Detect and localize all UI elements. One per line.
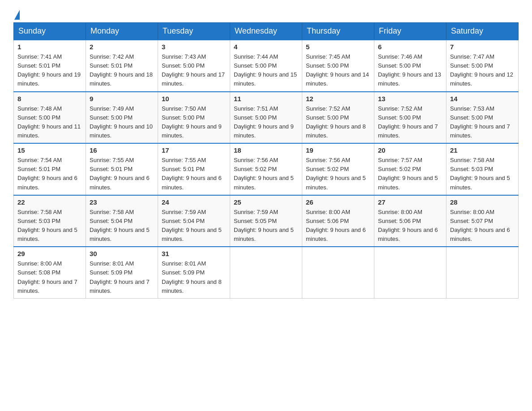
day-number: 6 (378, 43, 442, 51)
calendar-day-2: 2 Sunrise: 7:42 AMSunset: 5:01 PMDayligh… (86, 40, 158, 92)
calendar-week-1: 1 Sunrise: 7:41 AMSunset: 5:01 PMDayligh… (14, 40, 519, 92)
day-info: Sunrise: 7:50 AMSunset: 5:00 PMDaylight:… (162, 105, 222, 139)
calendar-day-7: 7 Sunrise: 7:47 AMSunset: 5:00 PMDayligh… (446, 40, 519, 92)
day-info: Sunrise: 7:56 AMSunset: 5:02 PMDaylight:… (234, 157, 294, 190)
weekday-header-wednesday: Wednesday (230, 23, 302, 40)
day-info: Sunrise: 7:56 AMSunset: 5:02 PMDaylight:… (306, 157, 366, 190)
calendar-day-4: 4 Sunrise: 7:44 AMSunset: 5:00 PMDayligh… (230, 40, 302, 92)
calendar-day-22: 22 Sunrise: 7:58 AMSunset: 5:03 PMDaylig… (14, 195, 86, 247)
day-info: Sunrise: 7:49 AMSunset: 5:00 PMDaylight:… (90, 105, 153, 139)
day-number: 11 (234, 95, 298, 103)
day-info: Sunrise: 7:52 AMSunset: 5:00 PMDaylight:… (306, 105, 366, 139)
day-number: 22 (17, 198, 82, 206)
calendar-day-17: 17 Sunrise: 7:55 AMSunset: 5:01 PMDaylig… (158, 143, 230, 195)
day-info: Sunrise: 7:41 AMSunset: 5:01 PMDaylight:… (17, 53, 81, 87)
calendar-day-15: 15 Sunrise: 7:54 AMSunset: 5:01 PMDaylig… (14, 143, 86, 195)
day-number: 8 (17, 95, 82, 103)
day-info: Sunrise: 7:53 AMSunset: 5:00 PMDaylight:… (450, 105, 510, 139)
day-info: Sunrise: 7:44 AMSunset: 5:00 PMDaylight:… (234, 53, 297, 87)
day-number: 14 (450, 95, 515, 103)
day-number: 16 (90, 146, 154, 154)
day-info: Sunrise: 7:55 AMSunset: 5:01 PMDaylight:… (162, 157, 222, 190)
day-info: Sunrise: 8:01 AMSunset: 5:09 PMDaylight:… (90, 260, 150, 294)
calendar-day-11: 11 Sunrise: 7:51 AMSunset: 5:00 PMDaylig… (230, 92, 302, 144)
day-number: 9 (90, 95, 154, 103)
day-info: Sunrise: 7:52 AMSunset: 5:00 PMDaylight:… (378, 105, 438, 139)
page-header (13, 9, 519, 18)
day-number: 4 (234, 43, 298, 51)
day-number: 24 (162, 198, 226, 206)
weekday-header-saturday: Saturday (446, 23, 519, 40)
calendar-week-4: 22 Sunrise: 7:58 AMSunset: 5:03 PMDaylig… (14, 195, 519, 247)
weekday-header-sunday: Sunday (14, 23, 86, 40)
day-info: Sunrise: 7:46 AMSunset: 5:00 PMDaylight:… (378, 53, 441, 87)
calendar-day-9: 9 Sunrise: 7:49 AMSunset: 5:00 PMDayligh… (86, 92, 158, 144)
calendar-day-28: 28 Sunrise: 8:00 AMSunset: 5:07 PMDaylig… (446, 195, 519, 247)
day-info: Sunrise: 7:43 AMSunset: 5:00 PMDaylight:… (162, 53, 225, 87)
day-number: 2 (90, 43, 154, 51)
calendar-empty-cell (374, 247, 446, 298)
weekday-header-tuesday: Tuesday (158, 23, 230, 40)
calendar-day-12: 12 Sunrise: 7:52 AMSunset: 5:00 PMDaylig… (302, 92, 374, 144)
day-number: 30 (90, 250, 154, 257)
day-number: 1 (17, 43, 82, 51)
day-info: Sunrise: 7:45 AMSunset: 5:00 PMDaylight:… (306, 53, 369, 87)
day-number: 27 (378, 198, 442, 206)
calendar-week-2: 8 Sunrise: 7:48 AMSunset: 5:00 PMDayligh… (14, 92, 519, 144)
weekday-header-thursday: Thursday (302, 23, 374, 40)
day-number: 20 (378, 146, 442, 154)
day-info: Sunrise: 8:00 AMSunset: 5:06 PMDaylight:… (378, 209, 438, 242)
day-number: 28 (450, 198, 515, 206)
day-info: Sunrise: 8:00 AMSunset: 5:06 PMDaylight:… (306, 209, 366, 242)
calendar-day-1: 1 Sunrise: 7:41 AMSunset: 5:01 PMDayligh… (14, 40, 86, 92)
day-number: 3 (162, 43, 226, 51)
calendar-day-5: 5 Sunrise: 7:45 AMSunset: 5:00 PMDayligh… (302, 40, 374, 92)
day-info: Sunrise: 7:54 AMSunset: 5:01 PMDaylight:… (17, 157, 77, 190)
calendar-empty-cell (230, 247, 302, 298)
calendar-day-24: 24 Sunrise: 7:59 AMSunset: 5:04 PMDaylig… (158, 195, 230, 247)
day-number: 21 (450, 146, 515, 154)
weekday-header-friday: Friday (374, 23, 446, 40)
calendar-header-row: SundayMondayTuesdayWednesdayThursdayFrid… (14, 23, 519, 40)
calendar-day-23: 23 Sunrise: 7:58 AMSunset: 5:04 PMDaylig… (86, 195, 158, 247)
calendar-day-30: 30 Sunrise: 8:01 AMSunset: 5:09 PMDaylig… (86, 247, 158, 298)
day-number: 12 (306, 95, 370, 103)
logo-triangle-icon (14, 10, 20, 20)
calendar-day-29: 29 Sunrise: 8:00 AMSunset: 5:08 PMDaylig… (14, 247, 86, 298)
calendar-day-10: 10 Sunrise: 7:50 AMSunset: 5:00 PMDaylig… (158, 92, 230, 144)
calendar-day-6: 6 Sunrise: 7:46 AMSunset: 5:00 PMDayligh… (374, 40, 446, 92)
day-info: Sunrise: 7:58 AMSunset: 5:04 PMDaylight:… (90, 209, 150, 242)
calendar-day-19: 19 Sunrise: 7:56 AMSunset: 5:02 PMDaylig… (302, 143, 374, 195)
day-number: 29 (17, 250, 82, 257)
calendar-day-31: 31 Sunrise: 8:01 AMSunset: 5:09 PMDaylig… (158, 247, 230, 298)
calendar-day-25: 25 Sunrise: 7:59 AMSunset: 5:05 PMDaylig… (230, 195, 302, 247)
calendar-day-20: 20 Sunrise: 7:57 AMSunset: 5:02 PMDaylig… (374, 143, 446, 195)
day-number: 18 (234, 146, 298, 154)
day-number: 17 (162, 146, 226, 154)
weekday-header-monday: Monday (86, 23, 158, 40)
calendar-empty-cell (302, 247, 374, 298)
day-info: Sunrise: 8:00 AMSunset: 5:07 PMDaylight:… (450, 209, 510, 242)
day-info: Sunrise: 7:47 AMSunset: 5:00 PMDaylight:… (450, 53, 513, 87)
day-number: 23 (90, 198, 154, 206)
day-number: 7 (450, 43, 515, 51)
day-info: Sunrise: 7:55 AMSunset: 5:01 PMDaylight:… (90, 157, 150, 190)
calendar-week-5: 29 Sunrise: 8:00 AMSunset: 5:08 PMDaylig… (14, 247, 519, 298)
day-number: 15 (17, 146, 82, 154)
day-info: Sunrise: 7:59 AMSunset: 5:04 PMDaylight:… (162, 209, 222, 242)
calendar-day-13: 13 Sunrise: 7:52 AMSunset: 5:00 PMDaylig… (374, 92, 446, 144)
calendar-empty-cell (446, 247, 519, 298)
calendar-day-14: 14 Sunrise: 7:53 AMSunset: 5:00 PMDaylig… (446, 92, 519, 144)
day-info: Sunrise: 7:57 AMSunset: 5:02 PMDaylight:… (378, 157, 438, 190)
day-number: 13 (378, 95, 442, 103)
day-info: Sunrise: 8:01 AMSunset: 5:09 PMDaylight:… (162, 260, 222, 294)
day-info: Sunrise: 7:48 AMSunset: 5:00 PMDaylight:… (17, 105, 81, 139)
calendar-table: SundayMondayTuesdayWednesdayThursdayFrid… (13, 22, 519, 299)
calendar-week-3: 15 Sunrise: 7:54 AMSunset: 5:01 PMDaylig… (14, 143, 519, 195)
calendar-day-3: 3 Sunrise: 7:43 AMSunset: 5:00 PMDayligh… (158, 40, 230, 92)
calendar-day-27: 27 Sunrise: 8:00 AMSunset: 5:06 PMDaylig… (374, 195, 446, 247)
calendar-day-16: 16 Sunrise: 7:55 AMSunset: 5:01 PMDaylig… (86, 143, 158, 195)
day-info: Sunrise: 7:51 AMSunset: 5:00 PMDaylight:… (234, 105, 294, 139)
day-number: 5 (306, 43, 370, 51)
day-number: 19 (306, 146, 370, 154)
